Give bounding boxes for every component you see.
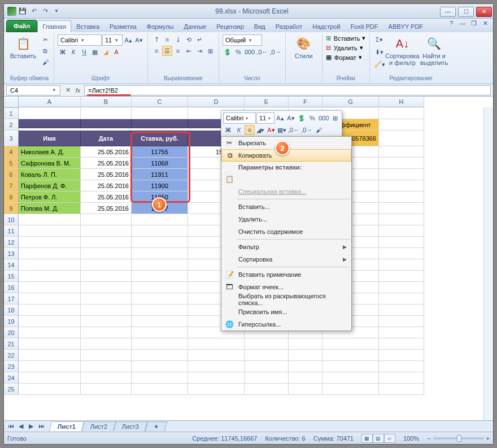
comma-icon[interactable]: 000 — [244, 47, 255, 57]
autosum-icon[interactable]: Σ▾ — [373, 34, 386, 45]
close-button[interactable]: ✕ — [476, 7, 492, 17]
orientation-icon[interactable]: ⟲ — [184, 34, 194, 45]
tab-layout[interactable]: Разметка — [104, 20, 142, 32]
file-tab[interactable]: Файл — [6, 20, 37, 32]
mini-percent-icon[interactable]: % — [307, 113, 317, 123]
mini-font-combo[interactable]: Calibri▾ — [223, 112, 256, 124]
increase-decimal-icon[interactable]: ,0← — [256, 47, 268, 57]
mdi-restore[interactable]: ❐ — [469, 20, 478, 27]
tab-developer[interactable]: Разработ — [271, 20, 307, 32]
mini-currency-icon[interactable]: 💲 — [297, 113, 307, 123]
number-format-combo[interactable]: Общий▼ — [223, 34, 262, 46]
mini-dec-inc-icon[interactable]: ,0← — [287, 125, 300, 135]
align-middle-icon[interactable]: ≡ — [162, 34, 172, 45]
format-painter-icon[interactable]: 🖌 — [40, 57, 50, 67]
merge-icon[interactable]: ⊞ — [205, 46, 215, 56]
worksheet[interactable]: ABCDEFGH12Коэффициент3ИмяДатаСтавка, руб… — [4, 97, 493, 420]
mini-dec-dec-icon[interactable]: ,0→ — [300, 125, 313, 135]
mini-merge-icon[interactable]: ⊞ — [330, 113, 340, 123]
redo-icon[interactable]: ↷ — [40, 6, 50, 16]
tab-nav-last[interactable]: ⏭ — [37, 423, 46, 430]
formula-input[interactable]: =Лист2!B2 — [84, 85, 491, 95]
ctx-format[interactable]: 🗔Формат ячеек... — [221, 281, 351, 293]
ctx-name[interactable]: Присвоить имя... — [221, 306, 351, 318]
underline-button[interactable]: Ч — [79, 47, 89, 57]
help-icon[interactable]: ? — [447, 20, 456, 27]
tab-nav-first[interactable]: ⏮ — [6, 423, 15, 430]
save-icon[interactable]: 💾 — [18, 6, 28, 16]
bold-button[interactable]: Ж — [58, 47, 68, 57]
tab-formulas[interactable]: Формулы — [142, 20, 179, 32]
align-right-icon[interactable]: ≡ — [173, 46, 183, 56]
align-left-icon[interactable]: ≡ — [151, 46, 162, 56]
tab-home[interactable]: Главная — [37, 20, 71, 32]
mini-fontcolor-icon[interactable]: A▾ — [266, 125, 276, 135]
percent-icon[interactable]: % — [233, 47, 243, 57]
tab-data[interactable]: Данные — [178, 20, 211, 32]
sheet-tab-3[interactable]: Лист3 — [114, 421, 148, 431]
mini-comma-icon[interactable]: 000 — [318, 113, 329, 123]
ctx-hyperlink[interactable]: 🌐Гиперссылка... — [221, 318, 351, 330]
font-size-combo[interactable]: 11▼ — [102, 34, 123, 46]
ctx-dropdown[interactable]: Выбрать из раскрывающегося списка... — [221, 293, 351, 306]
align-bottom-icon[interactable]: ⤓ — [173, 34, 183, 45]
mini-size-combo[interactable]: 11▾ — [256, 112, 274, 124]
styles-button[interactable]: 🎨 Стили — [289, 34, 319, 60]
sheet-tab-2[interactable]: Лист2 — [82, 421, 116, 431]
border-icon[interactable]: ▦ — [90, 47, 100, 57]
mini-shrink-icon[interactable]: A▾ — [286, 113, 296, 123]
ctx-delete[interactable]: Удалить... — [221, 213, 351, 225]
maximize-button[interactable]: ☐ — [458, 7, 474, 17]
fill-color-icon[interactable]: ◢ — [101, 47, 111, 57]
sheet-tab-1[interactable]: Лист1 — [49, 421, 85, 431]
cancel-formula-icon[interactable]: ✕ — [63, 85, 73, 95]
tab-view[interactable]: Вид — [249, 20, 271, 32]
wrap-text-icon[interactable]: ↵ — [194, 34, 204, 45]
mini-italic-button[interactable]: К — [234, 125, 244, 135]
mdi-close[interactable]: ✕ — [481, 20, 490, 27]
decrease-indent-icon[interactable]: ⇤ — [184, 46, 194, 56]
sheet-tab-new[interactable]: ✦ — [145, 421, 168, 432]
grow-font-icon[interactable]: A▴ — [123, 35, 133, 45]
mini-bold-button[interactable]: Ж — [223, 125, 233, 135]
tab-review[interactable]: Рецензир — [211, 20, 249, 32]
zoom-out-icon[interactable]: − — [427, 435, 430, 442]
font-name-combo[interactable]: Calibri▼ — [58, 34, 102, 46]
ctx-sort[interactable]: Сортировка▶ — [221, 253, 351, 266]
insert-cells-button[interactable]: ⊞ Вставить ▾ — [326, 34, 366, 42]
copy-icon[interactable]: ⧉ — [40, 46, 50, 56]
clear-icon[interactable]: 🧹▾ — [373, 59, 386, 69]
zoom-level[interactable]: 100% — [403, 435, 419, 442]
undo-icon[interactable]: ↶ — [29, 6, 39, 16]
fx-icon[interactable]: fx — [73, 85, 83, 95]
decrease-decimal-icon[interactable]: ,0→ — [269, 47, 282, 57]
increase-indent-icon[interactable]: ⇥ — [194, 46, 204, 56]
view-layout-icon[interactable]: ▤ — [373, 434, 384, 443]
ctx-clear[interactable]: Очистить содержимое — [221, 225, 351, 238]
tab-nav-next[interactable]: ▶ — [27, 423, 36, 430]
qat-dropdown-icon[interactable]: ▼ — [51, 6, 62, 16]
ctx-insert[interactable]: Вставить... — [221, 201, 351, 213]
name-box[interactable]: C4▼ — [6, 85, 60, 95]
zoom-slider[interactable]: − + — [427, 435, 490, 442]
zoom-in-icon[interactable]: + — [486, 435, 490, 442]
mini-painter-icon[interactable]: 🖌 — [313, 125, 324, 135]
view-pagebreak-icon[interactable]: ▱ — [384, 434, 395, 443]
mdi-minimize[interactable]: — — [458, 20, 467, 27]
tab-nav-prev[interactable]: ◀ — [16, 423, 25, 430]
format-cells-button[interactable]: ▦ Формат ▾ — [326, 54, 366, 61]
tab-foxit[interactable]: Foxit PDF — [346, 20, 383, 32]
vertical-scrollbar[interactable] — [483, 107, 493, 420]
italic-button[interactable]: К — [68, 47, 79, 57]
mini-border-icon[interactable]: ▦▾ — [277, 125, 287, 135]
cut-icon[interactable]: ✂ — [40, 34, 50, 45]
ctx-filter[interactable]: Фильтр▶ — [221, 241, 351, 253]
tab-addins[interactable]: Надстрой — [307, 20, 345, 32]
currency-icon[interactable]: 💲 — [223, 47, 233, 57]
paste-button[interactable]: 📋 Вставить — [8, 34, 38, 60]
shrink-font-icon[interactable]: A▾ — [134, 35, 144, 45]
align-center-icon[interactable]: ☰ — [162, 46, 172, 56]
mini-grow-icon[interactable]: A▴ — [275, 113, 285, 123]
ctx-comment[interactable]: 📝Вставить примечание — [221, 268, 351, 281]
delete-cells-button[interactable]: ⊟ Удалить ▾ — [326, 44, 366, 51]
